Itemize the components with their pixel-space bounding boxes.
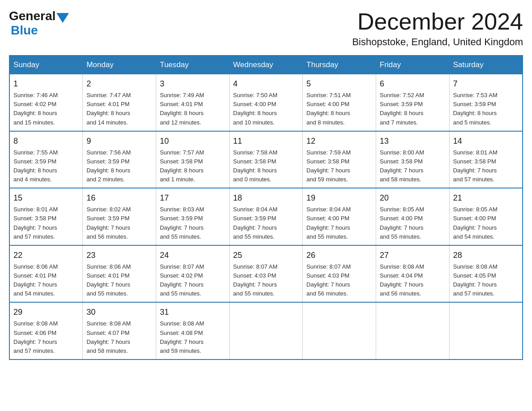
day-number: 23 bbox=[86, 249, 152, 261]
calendar-table: SundayMondayTuesdayWednesdayThursdayFrid… bbox=[9, 55, 523, 360]
calendar-cell bbox=[376, 302, 450, 360]
day-number: 15 bbox=[13, 192, 79, 204]
day-info: Sunrise: 7:46 AM Sunset: 4:02 PM Dayligh… bbox=[13, 91, 79, 127]
calendar-cell bbox=[303, 302, 376, 360]
day-info: Sunrise: 7:49 AM Sunset: 4:01 PM Dayligh… bbox=[160, 91, 226, 127]
calendar-cell: 22Sunrise: 8:06 AM Sunset: 4:01 PM Dayli… bbox=[9, 245, 83, 303]
calendar-cell: 15Sunrise: 8:01 AM Sunset: 3:58 PM Dayli… bbox=[9, 188, 83, 245]
calendar-cell: 26Sunrise: 8:07 AM Sunset: 4:03 PM Dayli… bbox=[303, 245, 376, 303]
day-info: Sunrise: 8:00 AM Sunset: 3:58 PM Dayligh… bbox=[380, 148, 446, 184]
calendar-week-row: 8Sunrise: 7:55 AM Sunset: 3:59 PM Daylig… bbox=[9, 131, 523, 188]
day-info: Sunrise: 7:51 AM Sunset: 4:00 PM Dayligh… bbox=[306, 91, 372, 127]
day-number: 4 bbox=[233, 78, 299, 90]
day-info: Sunrise: 8:08 AM Sunset: 4:05 PM Dayligh… bbox=[453, 262, 519, 299]
day-info: Sunrise: 8:08 AM Sunset: 4:08 PM Dayligh… bbox=[160, 319, 226, 355]
calendar-cell: 20Sunrise: 8:05 AM Sunset: 4:00 PM Dayli… bbox=[376, 188, 450, 245]
day-info: Sunrise: 8:01 AM Sunset: 3:58 PM Dayligh… bbox=[453, 148, 519, 184]
day-number: 20 bbox=[380, 192, 446, 204]
logo-general-text: General bbox=[9, 9, 56, 23]
day-number: 10 bbox=[160, 135, 226, 147]
day-info: Sunrise: 7:58 AM Sunset: 3:58 PM Dayligh… bbox=[233, 148, 299, 184]
day-info: Sunrise: 8:01 AM Sunset: 3:58 PM Dayligh… bbox=[13, 205, 79, 241]
weekday-header-sunday: Sunday bbox=[9, 56, 83, 74]
day-number: 25 bbox=[233, 249, 299, 261]
calendar-cell: 16Sunrise: 8:02 AM Sunset: 3:59 PM Dayli… bbox=[83, 188, 156, 245]
logo-blue-text: Blue bbox=[11, 23, 38, 38]
calendar-cell: 8Sunrise: 7:55 AM Sunset: 3:59 PM Daylig… bbox=[9, 131, 83, 188]
day-number: 16 bbox=[86, 192, 152, 204]
weekday-header-row: SundayMondayTuesdayWednesdayThursdayFrid… bbox=[9, 56, 523, 74]
day-info: Sunrise: 8:04 AM Sunset: 4:00 PM Dayligh… bbox=[306, 205, 372, 241]
day-number: 21 bbox=[453, 192, 519, 204]
day-info: Sunrise: 8:02 AM Sunset: 3:59 PM Dayligh… bbox=[86, 205, 152, 241]
calendar-cell: 6Sunrise: 7:52 AM Sunset: 3:59 PM Daylig… bbox=[376, 74, 450, 131]
day-info: Sunrise: 8:04 AM Sunset: 3:59 PM Dayligh… bbox=[233, 205, 299, 241]
day-number: 5 bbox=[306, 78, 372, 90]
day-number: 31 bbox=[160, 306, 226, 318]
day-info: Sunrise: 7:47 AM Sunset: 4:01 PM Dayligh… bbox=[86, 91, 152, 127]
day-number: 28 bbox=[453, 249, 519, 261]
day-number: 18 bbox=[233, 192, 299, 204]
day-number: 3 bbox=[160, 78, 226, 90]
weekday-header-thursday: Thursday bbox=[303, 56, 376, 74]
day-info: Sunrise: 8:07 AM Sunset: 4:02 PM Dayligh… bbox=[160, 262, 226, 299]
calendar-week-row: 1Sunrise: 7:46 AM Sunset: 4:02 PM Daylig… bbox=[9, 74, 523, 131]
calendar-cell: 3Sunrise: 7:49 AM Sunset: 4:01 PM Daylig… bbox=[156, 74, 229, 131]
calendar-cell: 7Sunrise: 7:53 AM Sunset: 3:59 PM Daylig… bbox=[449, 74, 523, 131]
calendar-cell: 30Sunrise: 8:08 AM Sunset: 4:07 PM Dayli… bbox=[83, 302, 156, 360]
calendar-cell: 11Sunrise: 7:58 AM Sunset: 3:58 PM Dayli… bbox=[229, 131, 303, 188]
day-info: Sunrise: 7:52 AM Sunset: 3:59 PM Dayligh… bbox=[380, 91, 446, 127]
calendar-cell: 5Sunrise: 7:51 AM Sunset: 4:00 PM Daylig… bbox=[303, 74, 376, 131]
day-number: 30 bbox=[86, 306, 152, 318]
logo: General Blue bbox=[9, 9, 70, 38]
day-number: 1 bbox=[13, 78, 79, 90]
day-info: Sunrise: 8:08 AM Sunset: 4:04 PM Dayligh… bbox=[380, 262, 446, 299]
weekday-header-friday: Friday bbox=[376, 56, 450, 74]
day-info: Sunrise: 8:05 AM Sunset: 4:00 PM Dayligh… bbox=[453, 205, 519, 241]
day-info: Sunrise: 8:05 AM Sunset: 4:00 PM Dayligh… bbox=[380, 205, 446, 241]
day-number: 2 bbox=[86, 78, 152, 90]
calendar-cell: 27Sunrise: 8:08 AM Sunset: 4:04 PM Dayli… bbox=[376, 245, 450, 303]
day-info: Sunrise: 8:06 AM Sunset: 4:01 PM Dayligh… bbox=[13, 262, 79, 299]
calendar-week-row: 29Sunrise: 8:08 AM Sunset: 4:06 PM Dayli… bbox=[9, 302, 523, 360]
calendar-week-row: 22Sunrise: 8:06 AM Sunset: 4:01 PM Dayli… bbox=[9, 245, 523, 303]
weekday-header-wednesday: Wednesday bbox=[229, 56, 303, 74]
calendar-cell: 12Sunrise: 7:59 AM Sunset: 3:58 PM Dayli… bbox=[303, 131, 376, 188]
day-number: 24 bbox=[160, 249, 226, 261]
day-info: Sunrise: 7:55 AM Sunset: 3:59 PM Dayligh… bbox=[13, 148, 79, 184]
day-info: Sunrise: 7:59 AM Sunset: 3:58 PM Dayligh… bbox=[306, 148, 372, 184]
day-info: Sunrise: 7:50 AM Sunset: 4:00 PM Dayligh… bbox=[233, 91, 299, 127]
day-number: 19 bbox=[306, 192, 372, 204]
calendar-cell bbox=[229, 302, 303, 360]
day-info: Sunrise: 7:57 AM Sunset: 3:58 PM Dayligh… bbox=[160, 148, 226, 184]
calendar-cell: 21Sunrise: 8:05 AM Sunset: 4:00 PM Dayli… bbox=[449, 188, 523, 245]
calendar-cell: 28Sunrise: 8:08 AM Sunset: 4:05 PM Dayli… bbox=[449, 245, 523, 303]
day-number: 6 bbox=[380, 78, 446, 90]
title-block: December 2024 Bishopstoke, England, Unit… bbox=[352, 9, 523, 48]
calendar-cell: 23Sunrise: 8:06 AM Sunset: 4:01 PM Dayli… bbox=[83, 245, 156, 303]
calendar-cell: 13Sunrise: 8:00 AM Sunset: 3:58 PM Dayli… bbox=[376, 131, 450, 188]
day-info: Sunrise: 7:56 AM Sunset: 3:59 PM Dayligh… bbox=[86, 148, 152, 184]
day-info: Sunrise: 8:07 AM Sunset: 4:03 PM Dayligh… bbox=[233, 262, 299, 299]
weekday-header-tuesday: Tuesday bbox=[156, 56, 229, 74]
day-number: 12 bbox=[306, 135, 372, 147]
calendar-cell: 25Sunrise: 8:07 AM Sunset: 4:03 PM Dayli… bbox=[229, 245, 303, 303]
day-number: 7 bbox=[453, 78, 519, 90]
day-number: 14 bbox=[453, 135, 519, 147]
logo-triangle-icon bbox=[56, 13, 69, 23]
day-number: 26 bbox=[306, 249, 372, 261]
month-title: December 2024 bbox=[352, 9, 523, 34]
weekday-header-saturday: Saturday bbox=[449, 56, 523, 74]
header: General Blue December 2024 Bishopstoke, … bbox=[9, 9, 523, 48]
calendar-cell: 31Sunrise: 8:08 AM Sunset: 4:08 PM Dayli… bbox=[156, 302, 229, 360]
calendar-cell: 17Sunrise: 8:03 AM Sunset: 3:59 PM Dayli… bbox=[156, 188, 229, 245]
day-number: 22 bbox=[13, 249, 79, 261]
day-number: 29 bbox=[13, 306, 79, 318]
day-number: 11 bbox=[233, 135, 299, 147]
day-number: 17 bbox=[160, 192, 226, 204]
calendar-cell: 19Sunrise: 8:04 AM Sunset: 4:00 PM Dayli… bbox=[303, 188, 376, 245]
day-info: Sunrise: 7:53 AM Sunset: 3:59 PM Dayligh… bbox=[453, 91, 519, 127]
day-info: Sunrise: 8:03 AM Sunset: 3:59 PM Dayligh… bbox=[160, 205, 226, 241]
calendar-cell: 29Sunrise: 8:08 AM Sunset: 4:06 PM Dayli… bbox=[9, 302, 83, 360]
day-number: 27 bbox=[380, 249, 446, 261]
